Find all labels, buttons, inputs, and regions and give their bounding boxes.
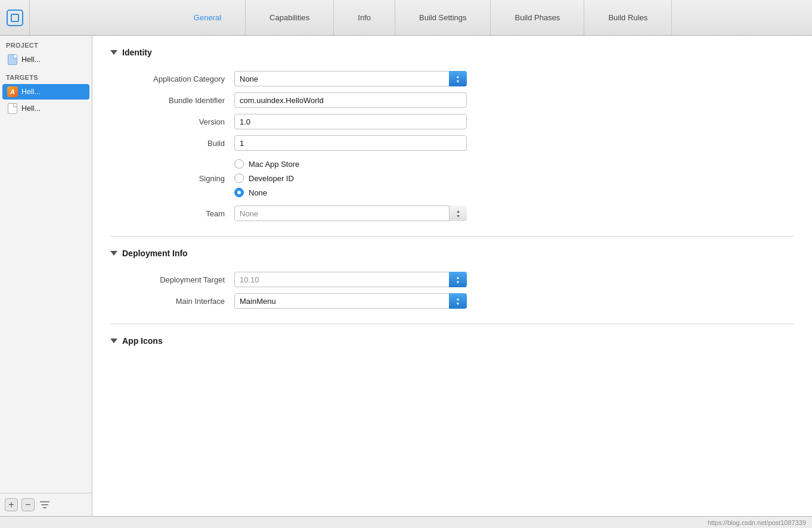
radio-developer-id-label: Developer ID <box>249 174 294 183</box>
targets-section-label: TARGETS <box>0 68 92 83</box>
svg-rect-0 <box>40 501 49 502</box>
identity-form: Application Category None ▲ ▼ Bundle Ide… <box>110 68 794 224</box>
radio-none <box>234 188 244 197</box>
tab-build-settings-label: Build Settings <box>419 13 467 22</box>
tab-info[interactable]: Info <box>333 0 395 35</box>
team-label: Team <box>110 203 230 224</box>
app-icons-title: App Icons <box>122 336 163 346</box>
bundle-identifier-label: Bundle Identifier <box>110 89 230 111</box>
team-select-wrapper: None ▲ ▼ <box>234 206 467 221</box>
sidebar-item-document[interactable]: Hell... <box>2 101 89 116</box>
identity-collapse-toggle[interactable] <box>110 50 117 55</box>
team-select[interactable]: None <box>234 206 467 221</box>
bundle-identifier-input[interactable] <box>234 92 467 108</box>
sidebar-target-label: Hell... <box>21 88 41 96</box>
deployment-target-row: Deployment Target 10.10 ▲ ▼ <box>110 269 794 290</box>
signing-radio-group: Mac App Store Developer ID None <box>234 157 789 200</box>
sidebar-item-target-app[interactable]: A Hell... <box>2 84 89 100</box>
tab-capabilities-label: Capabilities <box>269 13 309 22</box>
signing-control: Mac App Store Developer ID None <box>230 154 794 203</box>
doc-icon-shape <box>8 103 17 114</box>
team-control: None ▲ ▼ <box>230 203 794 224</box>
main-interface-select[interactable]: MainMenu <box>234 293 467 309</box>
app-icons-section-header: App Icons <box>110 336 794 346</box>
sidebar-footer: + − <box>0 493 92 516</box>
radio-none-label: None <box>249 188 267 197</box>
app-category-control: None ▲ ▼ <box>230 68 794 89</box>
project-icon <box>7 54 18 65</box>
bundle-identifier-control <box>230 89 794 111</box>
main-interface-label: Main Interface <box>110 290 230 312</box>
project-doc-icon <box>8 54 17 65</box>
deployment-target-control: 10.10 ▲ ▼ <box>230 269 794 290</box>
deployment-info-section-header: Deployment Info <box>110 249 794 258</box>
document-icon <box>7 103 18 114</box>
team-row: Team None ▲ ▼ <box>110 203 794 224</box>
app-category-select[interactable]: None <box>234 71 467 86</box>
remove-target-button[interactable]: − <box>21 498 35 511</box>
signing-label: Signing <box>110 154 230 203</box>
build-label: Build <box>110 132 230 154</box>
deployment-collapse-toggle[interactable] <box>110 251 117 256</box>
target-icon: A <box>7 86 18 97</box>
sidebar-item-project[interactable]: Hell... <box>2 52 89 67</box>
app-category-row: Application Category None ▲ ▼ <box>110 68 794 89</box>
version-label: Version <box>110 111 230 132</box>
app-category-select-wrapper: None ▲ ▼ <box>234 71 467 86</box>
sidebar-project-label: Hell... <box>21 55 41 64</box>
radio-mac-app-store <box>234 159 244 169</box>
signing-row: Signing Mac App Store Developer ID <box>110 154 794 203</box>
app-category-label: Application Category <box>110 68 230 89</box>
version-control <box>230 111 794 132</box>
deployment-info-title: Deployment Info <box>122 249 188 258</box>
signing-developer-id[interactable]: Developer ID <box>234 173 789 183</box>
add-target-button[interactable]: + <box>5 498 18 511</box>
main-layout: PROJECT Hell... TARGETS A Hell... Hell..… <box>0 36 812 516</box>
bundle-identifier-row: Bundle Identifier <box>110 89 794 111</box>
tab-capabilities[interactable]: Capabilities <box>245 0 334 35</box>
sidebar-document-label: Hell... <box>21 104 41 113</box>
signing-mac-app-store[interactable]: Mac App Store <box>234 159 789 169</box>
deployment-target-label: Deployment Target <box>110 269 230 290</box>
xcode-logo <box>7 10 23 26</box>
tab-info-label: Info <box>358 13 371 22</box>
main-interface-row: Main Interface MainMenu ▲ ▼ <box>110 290 794 312</box>
build-control <box>230 132 794 154</box>
filter-icon[interactable] <box>38 498 51 511</box>
build-row: Build <box>110 132 794 154</box>
tab-general[interactable]: General <box>170 0 246 35</box>
build-input[interactable] <box>234 135 467 151</box>
radio-mac-app-store-label: Mac App Store <box>249 160 299 169</box>
xcode-icon <box>0 0 30 35</box>
tab-build-rules-label: Build Rules <box>608 13 647 22</box>
status-url: https://blog.csdn.net/post1087339 <box>708 519 806 526</box>
svg-rect-1 <box>41 504 48 505</box>
status-bar: https://blog.csdn.net/post1087339 <box>0 516 812 528</box>
deployment-divider <box>110 324 794 324</box>
radio-developer-id <box>234 173 244 183</box>
main-interface-select-wrapper: MainMenu ▲ ▼ <box>234 293 467 309</box>
svg-rect-2 <box>43 507 47 508</box>
signing-none[interactable]: None <box>234 188 789 197</box>
tab-build-rules[interactable]: Build Rules <box>584 0 672 35</box>
identity-divider <box>110 236 794 237</box>
tab-general-label: General <box>194 13 221 22</box>
toolbar: General Capabilities Info Build Settings… <box>0 0 812 36</box>
deployment-target-select[interactable]: 10.10 <box>234 272 467 287</box>
version-input[interactable] <box>234 114 467 129</box>
identity-section-header: Identity <box>110 48 794 57</box>
tab-bar: General Capabilities Info Build Settings… <box>30 0 812 35</box>
xcode-logo-inner <box>11 14 19 22</box>
version-row: Version <box>110 111 794 132</box>
sidebar: PROJECT Hell... TARGETS A Hell... Hell..… <box>0 36 92 516</box>
app-icons-collapse-toggle[interactable] <box>110 338 117 343</box>
tab-build-settings[interactable]: Build Settings <box>395 0 491 35</box>
deployment-info-form: Deployment Target 10.10 ▲ ▼ Main Interfa… <box>110 269 794 312</box>
deployment-target-select-wrapper: 10.10 ▲ ▼ <box>234 272 467 287</box>
target-app-icon: A <box>7 86 18 97</box>
content-area: Identity Application Category None ▲ ▼ <box>92 36 812 516</box>
main-interface-control: MainMenu ▲ ▼ <box>230 290 794 312</box>
identity-title: Identity <box>122 48 152 57</box>
tab-build-phases-label: Build Phases <box>515 13 560 22</box>
tab-build-phases[interactable]: Build Phases <box>490 0 584 35</box>
